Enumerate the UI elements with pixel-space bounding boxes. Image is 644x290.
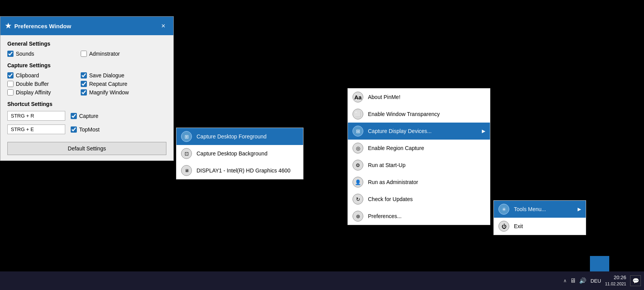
tools-icon: ✳ <box>498 204 509 215</box>
transparency-icon: ⬜ <box>353 109 363 119</box>
close-button[interactable]: × <box>158 20 169 31</box>
capture-display-icon: ⊞ <box>353 126 363 136</box>
general-settings-row: Sounds Adminstrator <box>7 51 166 57</box>
magnify-window-checkbox-item[interactable]: Magnify Window <box>81 89 142 96</box>
tools-label: Tools Menu... <box>514 206 573 212</box>
display-affinity-checkbox[interactable] <box>7 89 14 96</box>
capture-settings-title: Capture Settings <box>7 62 166 68</box>
capture-background-label: Capture Desktop Background <box>197 150 298 157</box>
menu-item-display1[interactable]: 🖥 DISPLAY1 - Intel(R) HD Graphics 4600 <box>176 162 303 179</box>
menu-item-exit[interactable]: ⏻ Exit <box>494 218 586 235</box>
shortcut-settings-title: Shortcut Settings <box>7 101 166 107</box>
menu-item-transparency[interactable]: ⬜ Enable Window Transparency <box>348 106 490 123</box>
taskbar-time-display: 20:26 <box>605 275 626 281</box>
administrator-checkbox[interactable] <box>81 51 87 57</box>
preferences-body: General Settings Sounds Adminstrator Cap… <box>0 35 173 160</box>
taskbar-volume-icon: 🔊 <box>579 277 586 284</box>
exit-icon: ⏻ <box>498 221 509 232</box>
region-capture-label: Enable Region Capture <box>368 145 485 151</box>
about-label: About PinMe! <box>368 94 485 100</box>
taskbar-right: ∧ 🖥 🔊 DEU 20:26 11.02.2021 💬 <box>563 275 641 287</box>
startup-label: Run at Start-Up <box>368 162 485 168</box>
shortcut-row-2: TopMost <box>7 125 166 134</box>
repeat-capture-label: Repeat Capture <box>89 81 127 87</box>
sounds-label: Sounds <box>16 51 34 57</box>
capture-shortcut-label: Capture <box>79 113 98 119</box>
topmost-shortcut-checkbox[interactable] <box>71 126 77 133</box>
star-icon: ★ <box>5 22 11 30</box>
transparency-label: Enable Window Transparency <box>368 111 485 117</box>
capture-row-2: Double Buffer Repeat Capture <box>7 81 166 87</box>
display1-icon: 🖥 <box>181 165 192 176</box>
capture-row-3: Display Affinity Magnify Window <box>7 89 166 96</box>
about-icon: Aa <box>353 92 363 102</box>
exit-label: Exit <box>514 223 581 229</box>
updates-label: Check for Updates <box>368 196 485 202</box>
taskbar-chevron-icon: ∧ <box>563 278 567 283</box>
menu-item-updates[interactable]: ↻ Check for Updates <box>348 191 490 208</box>
preferences-titlebar: ★ Preferences Window × <box>0 17 173 35</box>
preferences-label: Preferences... <box>368 213 485 219</box>
context-menu-tools: ✳ Tools Menu... ▶ ⏻ Exit <box>493 200 586 235</box>
menu-item-preferences[interactable]: ⊛ Preferences... <box>348 208 490 225</box>
preferences-title: Preferences Window <box>14 23 71 29</box>
taskbar-monitor-icon: 🖥 <box>570 277 576 284</box>
clipboard-checkbox-item[interactable]: Clipboard <box>7 72 69 78</box>
general-settings-title: General Settings <box>7 41 166 47</box>
taskbar: ∧ 🖥 🔊 DEU 20:26 11.02.2021 💬 <box>0 271 644 290</box>
shortcut-input-topmost[interactable] <box>7 125 65 134</box>
save-dialogue-label: Save Dialogue <box>89 72 124 78</box>
context-menu-main: Aa About PinMe! ⬜ Enable Window Transpar… <box>347 88 490 225</box>
shortcut-row-1: Capture <box>7 111 166 121</box>
taskbar-blue-accent <box>590 256 609 271</box>
clipboard-checkbox[interactable] <box>7 72 14 78</box>
magnify-window-label: Magnify Window <box>89 89 129 96</box>
display-affinity-label: Display Affinity <box>16 89 51 96</box>
repeat-capture-checkbox-item[interactable]: Repeat Capture <box>81 81 142 87</box>
menu-item-administrator[interactable]: 👤 Run as Administrator <box>348 174 490 191</box>
double-buffer-label: Double Buffer <box>16 81 49 87</box>
save-dialogue-checkbox-item[interactable]: Save Dialogue <box>81 72 142 78</box>
administrator-checkbox-item[interactable]: Adminstrator <box>81 51 142 57</box>
menu-item-capture-foreground[interactable]: ⊞ Capture Desktop Foreground <box>176 128 303 145</box>
capture-foreground-label: Capture Desktop Foreground <box>197 133 298 140</box>
taskbar-date-display: 11.02.2021 <box>605 281 626 287</box>
menu-item-capture-display[interactable]: ⊞ Capture Display Devices... ▶ <box>348 123 490 140</box>
sounds-checkbox-item[interactable]: Sounds <box>7 51 69 57</box>
menu-item-startup[interactable]: ⚙ Run at Start-Up <box>348 157 490 174</box>
taskbar-datetime: 20:26 11.02.2021 <box>605 275 626 287</box>
preferences-icon: ⊛ <box>353 211 363 222</box>
magnify-window-checkbox[interactable] <box>81 89 87 96</box>
topmost-shortcut-checkbox-item[interactable]: TopMost <box>71 126 132 133</box>
preferences-window: ★ Preferences Window × General Settings … <box>0 16 174 161</box>
administrator-label: Run as Administrator <box>368 179 485 185</box>
updates-icon: ↻ <box>353 194 363 205</box>
clipboard-label: Clipboard <box>16 72 39 78</box>
taskbar-chat-icon[interactable]: 💬 <box>630 275 641 286</box>
menu-item-region-capture[interactable]: ◎ Enable Region Capture <box>348 140 490 157</box>
default-settings-button[interactable]: Default Settings <box>7 142 166 155</box>
double-buffer-checkbox-item[interactable]: Double Buffer <box>7 81 69 87</box>
taskbar-language: DEU <box>590 278 601 284</box>
capture-display-submenu-arrow: ▶ <box>482 128 485 134</box>
region-capture-icon: ◎ <box>353 143 363 154</box>
save-dialogue-checkbox[interactable] <box>81 72 87 78</box>
capture-display-label: Capture Display Devices... <box>368 128 477 134</box>
menu-item-tools[interactable]: ✳ Tools Menu... ▶ <box>494 201 586 218</box>
startup-icon: ⚙ <box>353 160 363 171</box>
repeat-capture-checkbox[interactable] <box>81 81 87 87</box>
capture-shortcut-checkbox[interactable] <box>71 113 77 119</box>
double-buffer-checkbox[interactable] <box>7 81 14 87</box>
display1-label: DISPLAY1 - Intel(R) HD Graphics 4600 <box>197 167 298 174</box>
menu-item-capture-background[interactable]: ⊡ Capture Desktop Background <box>176 145 303 162</box>
capture-shortcut-checkbox-item[interactable]: Capture <box>71 113 132 119</box>
context-menu-capture: ⊞ Capture Desktop Foreground ⊡ Capture D… <box>176 128 303 179</box>
capture-background-icon: ⊡ <box>181 148 192 159</box>
display-affinity-checkbox-item[interactable]: Display Affinity <box>7 89 69 96</box>
administrator-label: Adminstrator <box>89 51 120 57</box>
menu-item-about[interactable]: Aa About PinMe! <box>348 89 490 106</box>
sounds-checkbox[interactable] <box>7 51 14 57</box>
shortcut-input-capture[interactable] <box>7 111 65 121</box>
capture-row-1: Clipboard Save Dialogue <box>7 72 166 78</box>
topmost-shortcut-label: TopMost <box>79 126 100 133</box>
